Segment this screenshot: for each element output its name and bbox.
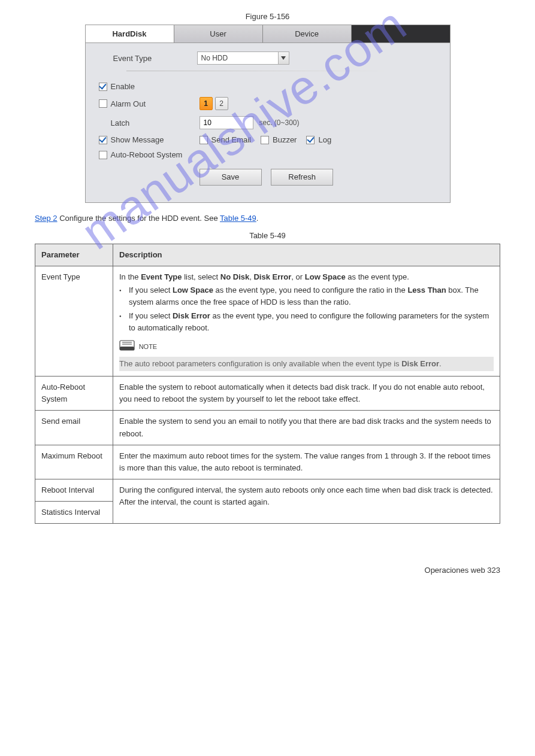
divider bbox=[126, 71, 390, 71]
note-label: NOTE bbox=[139, 343, 158, 350]
buzzer-checkbox[interactable] bbox=[261, 136, 269, 144]
latch-suffix: sec. (0~300) bbox=[259, 119, 300, 127]
show-message-checkbox[interactable] bbox=[99, 136, 107, 144]
event-type-select[interactable]: No HDD bbox=[197, 51, 289, 65]
latch-input[interactable] bbox=[200, 116, 253, 129]
tab-user[interactable]: User bbox=[174, 25, 263, 42]
param-cell: Reboot Interval bbox=[35, 479, 113, 501]
auto-reboot-checkbox[interactable] bbox=[99, 151, 107, 159]
log-label: Log bbox=[318, 135, 331, 144]
param-cell: Maximum Reboot bbox=[35, 445, 113, 479]
page-footer: Operaciones web 323 bbox=[0, 548, 535, 581]
event-type-value: No HDD bbox=[201, 54, 228, 62]
alarm-out-1-button[interactable]: 1 bbox=[200, 97, 213, 110]
table-row: Auto-Reboot System Enable the system to … bbox=[35, 377, 500, 411]
step-suffix: . bbox=[256, 214, 259, 223]
param-cell: Event Type bbox=[35, 266, 113, 377]
step-link[interactable]: Step 2 bbox=[35, 214, 58, 223]
step-text: Configure the settings for the HDD event… bbox=[59, 214, 220, 223]
step-line: Step 2 Configure the settings for the HD… bbox=[35, 214, 500, 223]
desc-cell: Enable the system to reboot automaticall… bbox=[113, 377, 500, 411]
harddisk-settings-screenshot: HardDisk User Device Event Type No HDD E… bbox=[85, 25, 451, 203]
svg-rect-2 bbox=[120, 347, 134, 350]
desc-cell: Enter the maximum auto reboot times for … bbox=[113, 445, 500, 479]
param-cell: Send email bbox=[35, 411, 113, 445]
svg-marker-0 bbox=[281, 56, 286, 60]
tab-bar: HardDisk User Device bbox=[86, 25, 450, 43]
figure-label: Figure 5-156 bbox=[35, 12, 500, 21]
latch-label: Latch bbox=[111, 119, 200, 127]
alarm-out-checkbox[interactable] bbox=[99, 99, 107, 108]
tab-device[interactable]: Device bbox=[263, 25, 352, 42]
header-parameter: Parameter bbox=[35, 244, 113, 266]
parameters-table: Parameter Description Event Type In the … bbox=[35, 244, 500, 524]
refresh-button[interactable]: Refresh bbox=[271, 169, 333, 186]
log-checkbox[interactable] bbox=[306, 136, 315, 144]
buzzer-label: Buzzer bbox=[273, 135, 297, 144]
dropdown-arrow-icon bbox=[278, 52, 289, 64]
table-row: Reboot Interval During the configured in… bbox=[35, 479, 500, 501]
table-row: Send email Enable the system to send you… bbox=[35, 411, 500, 445]
param-cell: Statistics Interval bbox=[35, 502, 113, 524]
tab-empty bbox=[352, 25, 450, 42]
desc-cell: Enable the system to send you an email t… bbox=[113, 411, 500, 445]
alarm-out-label: Alarm Out bbox=[111, 99, 200, 108]
show-message-label: Show Message bbox=[111, 135, 200, 144]
save-button[interactable]: Save bbox=[200, 169, 262, 186]
enable-label: Enable bbox=[111, 82, 135, 91]
tab-harddisk[interactable]: HardDisk bbox=[86, 25, 174, 42]
desc-cell: In the Event Type list, select No Disk, … bbox=[113, 266, 500, 377]
event-type-label: Event Type bbox=[113, 54, 197, 63]
desc-cell: During the configured interval, the syst… bbox=[113, 479, 500, 523]
param-cell: Auto-Reboot System bbox=[35, 377, 113, 411]
note-icon bbox=[119, 340, 135, 354]
enable-checkbox[interactable] bbox=[99, 83, 107, 91]
alarm-out-2-button[interactable]: 2 bbox=[215, 97, 228, 110]
table-row: Event Type In the Event Type list, selec… bbox=[35, 266, 500, 377]
auto-reboot-label: Auto-Reboot System bbox=[111, 150, 183, 159]
header-description: Description bbox=[113, 244, 500, 266]
table-row: Maximum Reboot Enter the maximum auto re… bbox=[35, 445, 500, 479]
send-email-checkbox[interactable] bbox=[200, 136, 208, 144]
send-email-label: Send Email bbox=[211, 135, 251, 144]
table-caption: Table 5-49 bbox=[35, 231, 500, 240]
table-ref-link[interactable]: Table 5-49 bbox=[220, 214, 256, 223]
